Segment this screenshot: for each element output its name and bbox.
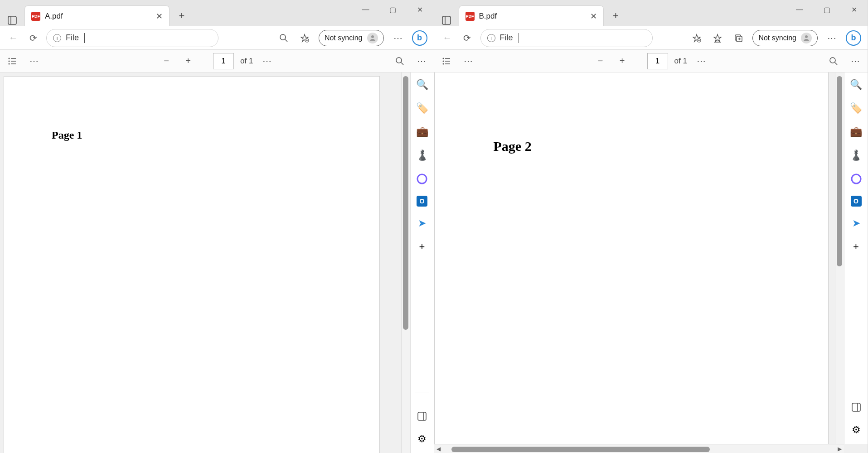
sync-label: Not syncing: [325, 34, 363, 42]
profile-avatar-icon: [801, 33, 812, 43]
sidebar-settings-icon[interactable]: ⚙: [415, 432, 429, 446]
more-menu-icon[interactable]: ⋯: [825, 31, 839, 45]
more-menu-icon[interactable]: ⋯: [391, 31, 405, 45]
browser-tab[interactable]: PDF B.pdf ✕: [459, 5, 604, 26]
sidebar-briefcase-icon[interactable]: 💼: [415, 125, 429, 139]
maximize-button[interactable]: ▢: [379, 0, 407, 19]
pdf-more-mid-icon[interactable]: ⋯: [693, 53, 709, 69]
collections-icon[interactable]: [732, 31, 745, 45]
page-total-label: of 1: [240, 57, 253, 66]
svg-rect-43: [852, 403, 860, 411]
sidebar-search-icon[interactable]: 🔍: [415, 78, 429, 92]
zoom-in-button[interactable]: +: [615, 53, 630, 69]
zoom-out-button[interactable]: −: [593, 53, 608, 69]
browser-tab[interactable]: PDF A.pdf ✕: [24, 5, 170, 26]
maximize-button[interactable]: ▢: [813, 0, 840, 19]
sidebar-panel-icon[interactable]: [415, 410, 429, 423]
tab-actions-icon[interactable]: [441, 14, 452, 26]
pdf-more-right-icon[interactable]: ⋯: [848, 53, 863, 69]
pdf-viewport[interactable]: Page 1: [0, 72, 401, 453]
sync-label: Not syncing: [758, 34, 796, 42]
pdf-file-icon: PDF: [31, 12, 40, 21]
pdf-viewport[interactable]: Page 2: [434, 72, 835, 444]
back-button[interactable]: ←: [441, 31, 454, 45]
scroll-thumb[interactable]: [403, 76, 408, 330]
pdf-more-left-icon[interactable]: ⋯: [461, 53, 476, 69]
sidebar-briefcase-icon[interactable]: 💼: [849, 125, 863, 139]
profile-avatar-icon: [367, 33, 378, 43]
sidebar-tag-icon[interactable]: 🏷️: [415, 101, 429, 115]
sidebar-outlook-icon[interactable]: O: [417, 196, 427, 207]
bing-icon[interactable]: b: [846, 30, 861, 46]
minimize-button[interactable]: —: [786, 0, 813, 19]
svg-point-33: [805, 35, 808, 38]
page-number-input[interactable]: [647, 53, 668, 69]
scroll-right-icon[interactable]: ▶: [835, 446, 844, 452]
svg-point-38: [442, 63, 444, 64]
sidebar-tag-icon[interactable]: 🏷️: [849, 101, 863, 115]
pdf-more-mid-icon[interactable]: ⋯: [259, 53, 275, 69]
svg-point-15: [396, 58, 402, 63]
reload-button[interactable]: ⟳: [461, 31, 474, 45]
edge-sidebar: 🔍 🏷️ 💼 ♟️ O ➤ + ⚙: [410, 72, 434, 453]
back-button[interactable]: ←: [6, 31, 20, 45]
profile-sync-button[interactable]: Not syncing: [752, 30, 818, 46]
bing-icon[interactable]: b: [412, 30, 427, 46]
vertical-scrollbar[interactable]: [401, 72, 410, 453]
tab-actions-icon[interactable]: [6, 14, 18, 26]
favorite-icon[interactable]: [690, 31, 703, 45]
scroll-left-icon[interactable]: ◀: [434, 446, 443, 452]
sidebar-copilot-icon[interactable]: [849, 172, 863, 186]
pdf-more-left-icon[interactable]: ⋯: [26, 53, 42, 69]
svg-rect-18: [418, 412, 426, 420]
find-icon[interactable]: [392, 53, 407, 69]
svg-line-3: [285, 39, 287, 42]
pdf-page: Page 1: [4, 76, 380, 453]
page-text: Page 1: [52, 129, 82, 141]
zoom-in-button[interactable]: +: [180, 53, 196, 69]
outline-icon[interactable]: [5, 53, 20, 69]
sidebar-settings-icon[interactable]: ⚙: [849, 423, 863, 437]
find-icon[interactable]: [826, 53, 841, 69]
profile-sync-button[interactable]: Not syncing: [319, 30, 384, 46]
text-cursor: [84, 33, 85, 43]
pdf-file-icon: PDF: [466, 12, 475, 21]
close-window-button[interactable]: ✕: [407, 0, 434, 19]
edge-sidebar: 🔍 🏷️ 💼 ♟️ O ➤ + ⚙: [844, 72, 868, 444]
sidebar-chess-icon[interactable]: ♟️: [415, 149, 429, 162]
zoom-icon[interactable]: [277, 31, 291, 45]
new-tab-button[interactable]: +: [606, 5, 626, 26]
site-info-icon[interactable]: i: [53, 34, 61, 42]
sidebar-outlook-icon[interactable]: O: [851, 196, 862, 207]
page-number-input[interactable]: [213, 53, 234, 69]
close-tab-icon[interactable]: ✕: [590, 11, 597, 21]
pdf-more-right-icon[interactable]: ⋯: [414, 53, 429, 69]
address-field[interactable]: i File: [46, 29, 218, 47]
zoom-out-button[interactable]: −: [159, 53, 174, 69]
sidebar-panel-icon[interactable]: [849, 400, 863, 414]
new-tab-button[interactable]: +: [171, 5, 192, 26]
sidebar-chess-icon[interactable]: ♟️: [849, 149, 863, 162]
sidebar-copilot-icon[interactable]: [415, 172, 429, 186]
reload-button[interactable]: ⟳: [26, 31, 40, 45]
svg-marker-26: [714, 34, 721, 42]
address-field[interactable]: i File: [480, 29, 653, 47]
sidebar-add-icon[interactable]: +: [849, 240, 863, 254]
scroll-thumb[interactable]: [451, 447, 710, 452]
minimize-button[interactable]: —: [352, 0, 379, 19]
svg-point-11: [9, 60, 10, 62]
close-window-button[interactable]: ✕: [840, 0, 868, 19]
svg-point-8: [371, 35, 374, 38]
sidebar-search-icon[interactable]: 🔍: [849, 78, 863, 92]
sidebar-add-icon[interactable]: +: [415, 240, 429, 254]
sidebar-send-icon[interactable]: ➤: [849, 217, 863, 230]
vertical-scrollbar[interactable]: [835, 72, 844, 444]
scroll-thumb[interactable]: [837, 76, 842, 266]
site-info-icon[interactable]: i: [487, 34, 495, 42]
close-tab-icon[interactable]: ✕: [156, 11, 163, 21]
horizontal-scrollbar[interactable]: ◀ ▶: [434, 444, 844, 453]
sidebar-send-icon[interactable]: ➤: [415, 217, 429, 230]
outline-icon[interactable]: [439, 53, 454, 69]
favorite-icon[interactable]: [298, 31, 311, 45]
favorites-hub-icon[interactable]: [711, 31, 724, 45]
